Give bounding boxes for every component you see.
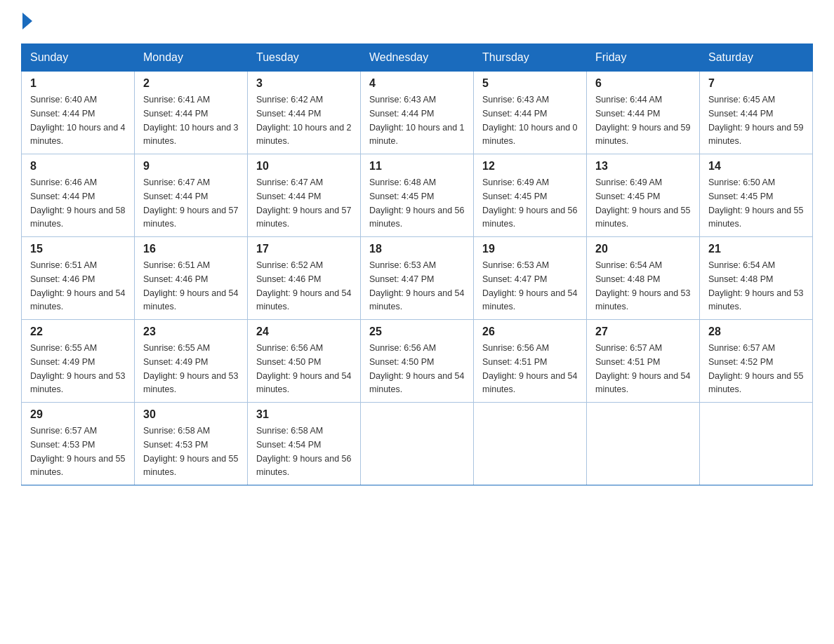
day-number: 24	[256, 326, 352, 338]
weekday-header-row: SundayMondayTuesdayWednesdayThursdayFrid…	[22, 44, 813, 72]
calendar-cell: 4 Sunrise: 6:43 AMSunset: 4:44 PMDayligh…	[361, 72, 474, 154]
day-info: Sunrise: 6:51 AMSunset: 4:46 PMDaylight:…	[143, 260, 239, 311]
calendar-cell: 26 Sunrise: 6:56 AMSunset: 4:51 PMDaylig…	[474, 320, 587, 403]
calendar-cell: 1 Sunrise: 6:40 AMSunset: 4:44 PMDayligh…	[22, 72, 135, 154]
calendar-cell: 23 Sunrise: 6:55 AMSunset: 4:49 PMDaylig…	[135, 320, 248, 403]
calendar-cell: 19 Sunrise: 6:53 AMSunset: 4:47 PMDaylig…	[474, 237, 587, 320]
day-info: Sunrise: 6:50 AMSunset: 4:45 PMDaylight:…	[708, 177, 804, 229]
calendar-cell	[361, 403, 474, 485]
day-number: 10	[256, 160, 352, 173]
day-info: Sunrise: 6:49 AMSunset: 4:45 PMDaylight:…	[482, 177, 578, 229]
week-row-1: 1 Sunrise: 6:40 AMSunset: 4:44 PMDayligh…	[22, 72, 813, 154]
week-row-5: 29 Sunrise: 6:57 AMSunset: 4:53 PMDaylig…	[22, 403, 813, 485]
day-number: 19	[482, 243, 578, 255]
day-info: Sunrise: 6:42 AMSunset: 4:44 PMDaylight:…	[256, 95, 352, 146]
calendar-cell: 25 Sunrise: 6:56 AMSunset: 4:50 PMDaylig…	[361, 320, 474, 403]
calendar-cell: 14 Sunrise: 6:50 AMSunset: 4:45 PMDaylig…	[700, 154, 813, 237]
calendar-cell: 13 Sunrise: 6:49 AMSunset: 4:45 PMDaylig…	[587, 154, 700, 237]
day-info: Sunrise: 6:52 AMSunset: 4:46 PMDaylight:…	[256, 260, 352, 311]
calendar-cell: 31 Sunrise: 6:58 AMSunset: 4:54 PMDaylig…	[248, 403, 361, 485]
day-number: 20	[595, 243, 691, 255]
logo-arrow-icon	[22, 13, 32, 29]
calendar-cell: 2 Sunrise: 6:41 AMSunset: 4:44 PMDayligh…	[135, 72, 248, 154]
calendar-cell: 15 Sunrise: 6:51 AMSunset: 4:46 PMDaylig…	[22, 237, 135, 320]
day-info: Sunrise: 6:48 AMSunset: 4:45 PMDaylight:…	[369, 177, 465, 229]
day-number: 12	[482, 160, 578, 173]
day-number: 17	[256, 243, 352, 255]
day-info: Sunrise: 6:49 AMSunset: 4:45 PMDaylight:…	[595, 177, 691, 229]
day-info: Sunrise: 6:41 AMSunset: 4:44 PMDaylight:…	[143, 95, 239, 146]
calendar-cell: 18 Sunrise: 6:53 AMSunset: 4:47 PMDaylig…	[361, 237, 474, 320]
day-number: 14	[708, 160, 804, 173]
calendar-cell: 27 Sunrise: 6:57 AMSunset: 4:51 PMDaylig…	[587, 320, 700, 403]
day-info: Sunrise: 6:53 AMSunset: 4:47 PMDaylight:…	[369, 260, 465, 311]
day-info: Sunrise: 6:54 AMSunset: 4:48 PMDaylight:…	[708, 260, 804, 311]
weekday-header-wednesday: Wednesday	[361, 44, 474, 72]
calendar-cell: 28 Sunrise: 6:57 AMSunset: 4:52 PMDaylig…	[700, 320, 813, 403]
calendar-cell: 6 Sunrise: 6:44 AMSunset: 4:44 PMDayligh…	[587, 72, 700, 154]
calendar-cell: 16 Sunrise: 6:51 AMSunset: 4:46 PMDaylig…	[135, 237, 248, 320]
calendar-cell: 7 Sunrise: 6:45 AMSunset: 4:44 PMDayligh…	[700, 72, 813, 154]
day-number: 8	[30, 160, 126, 173]
week-row-3: 15 Sunrise: 6:51 AMSunset: 4:46 PMDaylig…	[22, 237, 813, 320]
day-number: 4	[369, 77, 465, 90]
day-number: 29	[30, 408, 126, 421]
calendar-cell	[587, 403, 700, 485]
day-number: 5	[482, 77, 578, 90]
day-info: Sunrise: 6:43 AMSunset: 4:44 PMDaylight:…	[369, 95, 465, 146]
day-info: Sunrise: 6:56 AMSunset: 4:51 PMDaylight:…	[482, 343, 578, 394]
day-info: Sunrise: 6:58 AMSunset: 4:54 PMDaylight:…	[256, 426, 352, 477]
day-info: Sunrise: 6:45 AMSunset: 4:44 PMDaylight:…	[708, 95, 804, 146]
calendar-cell: 3 Sunrise: 6:42 AMSunset: 4:44 PMDayligh…	[248, 72, 361, 154]
calendar-cell: 30 Sunrise: 6:58 AMSunset: 4:53 PMDaylig…	[135, 403, 248, 485]
week-row-4: 22 Sunrise: 6:55 AMSunset: 4:49 PMDaylig…	[22, 320, 813, 403]
day-info: Sunrise: 6:57 AMSunset: 4:53 PMDaylight:…	[30, 426, 126, 477]
day-number: 7	[708, 77, 804, 90]
calendar-cell: 17 Sunrise: 6:52 AMSunset: 4:46 PMDaylig…	[248, 237, 361, 320]
day-info: Sunrise: 6:40 AMSunset: 4:44 PMDaylight:…	[30, 95, 126, 146]
day-info: Sunrise: 6:57 AMSunset: 4:52 PMDaylight:…	[708, 343, 804, 394]
logo	[21, 14, 32, 29]
calendar-cell: 20 Sunrise: 6:54 AMSunset: 4:48 PMDaylig…	[587, 237, 700, 320]
day-number: 2	[143, 77, 239, 90]
calendar-cell: 11 Sunrise: 6:48 AMSunset: 4:45 PMDaylig…	[361, 154, 474, 237]
day-number: 6	[595, 77, 691, 90]
day-number: 15	[30, 243, 126, 255]
day-number: 13	[595, 160, 691, 173]
day-number: 27	[595, 326, 691, 338]
calendar-cell: 21 Sunrise: 6:54 AMSunset: 4:48 PMDaylig…	[700, 237, 813, 320]
day-info: Sunrise: 6:57 AMSunset: 4:51 PMDaylight:…	[595, 343, 691, 394]
week-row-2: 8 Sunrise: 6:46 AMSunset: 4:44 PMDayligh…	[22, 154, 813, 237]
calendar-cell: 12 Sunrise: 6:49 AMSunset: 4:45 PMDaylig…	[474, 154, 587, 237]
day-info: Sunrise: 6:44 AMSunset: 4:44 PMDaylight:…	[595, 95, 691, 146]
day-info: Sunrise: 6:56 AMSunset: 4:50 PMDaylight:…	[369, 343, 465, 394]
weekday-header-friday: Friday	[587, 44, 700, 72]
day-info: Sunrise: 6:53 AMSunset: 4:47 PMDaylight:…	[482, 260, 578, 311]
calendar-cell: 24 Sunrise: 6:56 AMSunset: 4:50 PMDaylig…	[248, 320, 361, 403]
calendar-cell: 29 Sunrise: 6:57 AMSunset: 4:53 PMDaylig…	[22, 403, 135, 485]
day-number: 31	[256, 408, 352, 421]
day-info: Sunrise: 6:47 AMSunset: 4:44 PMDaylight:…	[143, 177, 239, 229]
calendar-cell: 5 Sunrise: 6:43 AMSunset: 4:44 PMDayligh…	[474, 72, 587, 154]
calendar-cell	[700, 403, 813, 485]
day-info: Sunrise: 6:58 AMSunset: 4:53 PMDaylight:…	[143, 426, 239, 477]
weekday-header-sunday: Sunday	[22, 44, 135, 72]
calendar-cell: 8 Sunrise: 6:46 AMSunset: 4:44 PMDayligh…	[22, 154, 135, 237]
day-number: 25	[369, 326, 465, 338]
day-number: 18	[369, 243, 465, 255]
day-info: Sunrise: 6:47 AMSunset: 4:44 PMDaylight:…	[256, 177, 352, 229]
day-number: 9	[143, 160, 239, 173]
day-number: 23	[143, 326, 239, 338]
calendar-table: SundayMondayTuesdayWednesdayThursdayFrid…	[21, 43, 813, 485]
day-info: Sunrise: 6:51 AMSunset: 4:46 PMDaylight:…	[30, 260, 126, 311]
day-number: 28	[708, 326, 804, 338]
day-info: Sunrise: 6:56 AMSunset: 4:50 PMDaylight:…	[256, 343, 352, 394]
day-number: 1	[30, 77, 126, 90]
day-info: Sunrise: 6:54 AMSunset: 4:48 PMDaylight:…	[595, 260, 691, 311]
calendar-cell	[474, 403, 587, 485]
day-number: 11	[369, 160, 465, 173]
day-number: 30	[143, 408, 239, 421]
calendar-cell: 22 Sunrise: 6:55 AMSunset: 4:49 PMDaylig…	[22, 320, 135, 403]
weekday-header-monday: Monday	[135, 44, 248, 72]
day-number: 16	[143, 243, 239, 255]
